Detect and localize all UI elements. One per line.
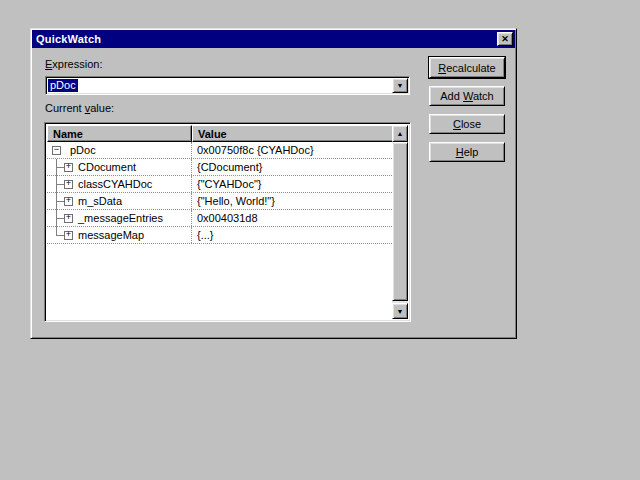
row-name: m_sData (78, 195, 122, 208)
table-row[interactable]: + m_sData {"Hello, World!"} (47, 193, 394, 210)
chevron-down-icon[interactable]: ▼ (392, 78, 408, 93)
scroll-up-icon[interactable]: ▲ (392, 125, 408, 142)
minus-icon[interactable]: − (52, 146, 61, 155)
row-value: {...} (192, 227, 394, 243)
row-container: − pDoc 0x00750f8c {CYAHDoc} + CDocument … (47, 142, 394, 244)
desktop: QuickWatch ✕ Expression: pDoc ▼ Current … (0, 0, 640, 480)
close-button[interactable]: Close (429, 114, 505, 134)
expression-label: Expression: (45, 58, 102, 70)
scroll-down-icon[interactable]: ▼ (392, 303, 408, 319)
recalculate-button[interactable]: Recalculate (428, 56, 506, 79)
row-name: messageMap (78, 229, 144, 242)
add-watch-button[interactable]: Add Watch (429, 86, 505, 106)
plus-icon[interactable]: + (64, 180, 73, 189)
table-row[interactable]: + messageMap {...} (47, 227, 394, 244)
window-title: QuickWatch (36, 33, 497, 45)
titlebar[interactable]: QuickWatch ✕ (32, 30, 515, 48)
current-value-label: Current value: (45, 102, 114, 114)
expression-input[interactable]: pDoc (48, 79, 78, 92)
table-row[interactable]: + classCYAHDoc {"CYAHDoc"} (47, 176, 394, 193)
close-icon[interactable]: ✕ (497, 32, 513, 46)
plus-icon[interactable]: + (64, 231, 73, 240)
row-value: 0x00750f8c {CYAHDoc} (192, 142, 394, 158)
row-value: {CDocument} (192, 159, 394, 175)
scrollbar-thumb[interactable] (392, 142, 408, 301)
column-header-name[interactable]: Name (47, 125, 192, 142)
quickwatch-dialog: QuickWatch ✕ Expression: pDoc ▼ Current … (30, 28, 517, 339)
table-row[interactable]: + _messageEntries 0x004031d8 (47, 210, 394, 227)
table-row[interactable]: − pDoc 0x00750f8c {CYAHDoc} (47, 142, 394, 159)
plus-icon[interactable]: + (64, 163, 73, 172)
row-name: _messageEntries (78, 212, 163, 225)
expression-combobox[interactable]: pDoc ▼ (45, 76, 410, 95)
row-name: classCYAHDoc (78, 178, 152, 191)
row-value: {"CYAHDoc"} (192, 176, 394, 192)
row-value: 0x004031d8 (192, 210, 394, 226)
plus-icon[interactable]: + (64, 214, 73, 223)
vertical-scrollbar[interactable]: ▲ ▼ (392, 125, 408, 319)
row-value: {"Hello, World!"} (192, 193, 394, 209)
column-header-value[interactable]: Value (192, 125, 394, 142)
plus-icon[interactable]: + (64, 197, 73, 206)
table-row[interactable]: + CDocument {CDocument} (47, 159, 394, 176)
help-button[interactable]: Help (429, 142, 505, 162)
row-name: CDocument (78, 161, 136, 174)
list-header: Name Value (47, 125, 394, 142)
row-name: pDoc (70, 144, 96, 157)
watch-list: Name Value − pDoc 0x00750f8c {CYAHDoc} (44, 122, 411, 322)
